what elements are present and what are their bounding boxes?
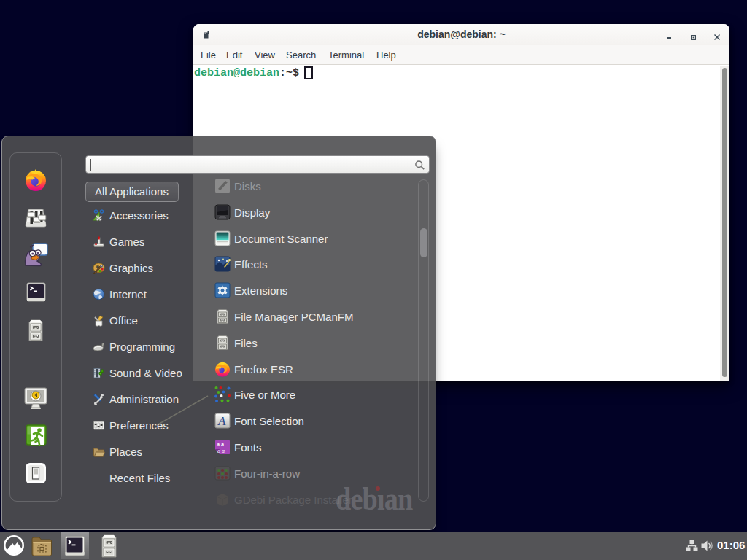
svg-text:a a: a a bbox=[217, 441, 224, 448]
svg-text:A: A bbox=[217, 414, 226, 428]
svg-text:a a: a a bbox=[217, 448, 225, 454]
